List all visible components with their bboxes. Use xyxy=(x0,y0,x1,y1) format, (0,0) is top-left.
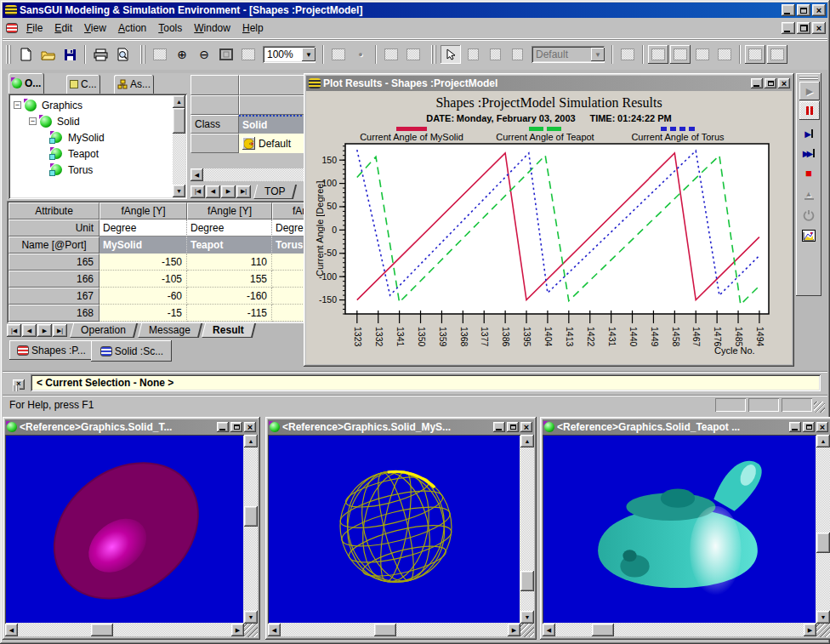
scrollbar-track[interactable] xyxy=(18,624,231,636)
tool-dot-button[interactable]: ● xyxy=(350,45,371,64)
selection-grip[interactable] xyxy=(13,385,20,391)
scroll-down-icon[interactable]: ▼ xyxy=(816,611,830,624)
collapse-icon[interactable] xyxy=(29,117,37,125)
result-data-table[interactable]: Attribute fAngle [Y] fAngle [Y] fAngle [… xyxy=(7,201,305,323)
nav-first-button[interactable]: |◀ xyxy=(190,185,205,198)
menu-tools[interactable]: Tools xyxy=(152,20,188,37)
run-button[interactable]: ▶ xyxy=(799,82,820,100)
value-cell[interactable]: -105 xyxy=(99,271,187,288)
scroll-down-icon[interactable]: ▼ xyxy=(244,611,258,624)
value-cell[interactable] xyxy=(272,271,305,288)
scrollbar-thumb[interactable] xyxy=(520,571,534,591)
close-button[interactable]: × xyxy=(812,4,826,16)
maximize-button[interactable] xyxy=(507,422,519,432)
scrollbar-track[interactable] xyxy=(203,168,305,181)
grid-hscrollbar[interactable]: ◀ xyxy=(190,168,305,181)
resize-grip[interactable] xyxy=(520,624,534,637)
mode-combobox[interactable]: Default ▼ xyxy=(532,46,605,63)
scroll-left-icon[interactable]: ◀ xyxy=(5,624,18,636)
close-button[interactable]: × xyxy=(244,422,256,432)
align-tool-button[interactable] xyxy=(670,45,691,64)
fit-selection-button[interactable] xyxy=(238,45,259,64)
value-cell[interactable] xyxy=(272,288,305,305)
toolbar-grip[interactable] xyxy=(6,45,12,64)
plot-results-window[interactable]: Plot Results - Shapes :ProjectModel × Sh… xyxy=(304,73,794,367)
toolbar-grip[interactable] xyxy=(431,45,437,64)
child-restore-button[interactable] xyxy=(797,22,810,34)
grid-tool-button[interactable] xyxy=(745,45,765,64)
nav-last-button[interactable]: ▶| xyxy=(53,324,67,337)
tool-button-disabled[interactable] xyxy=(403,45,424,64)
toolbar-grip[interactable] xyxy=(140,45,146,64)
scroll-right-icon[interactable]: ▶ xyxy=(804,624,816,636)
doc-tab-shapes[interactable]: Shapes :P... xyxy=(9,340,93,360)
scroll-up-icon[interactable]: ▲ xyxy=(520,435,534,447)
value-cell[interactable]: 110 xyxy=(187,254,272,271)
tab-result[interactable]: Result xyxy=(202,323,256,338)
zoom-in-button[interactable]: ⊕ xyxy=(172,45,192,64)
resize-grip[interactable] xyxy=(244,624,258,637)
minimize-button[interactable] xyxy=(217,422,229,432)
step-button[interactable]: ▶ xyxy=(799,124,819,143)
value-cell[interactable]: -160 xyxy=(187,288,272,305)
tool-button-disabled[interactable] xyxy=(328,45,349,64)
tab-assemblies[interactable]: As... xyxy=(114,75,154,94)
menu-view[interactable]: View xyxy=(78,20,112,37)
close-button[interactable]: × xyxy=(520,422,532,432)
column-header[interactable]: fAngle [Y] xyxy=(187,202,272,219)
tree-item-mysolid[interactable]: MySolid xyxy=(12,129,172,145)
viewport-hscrollbar[interactable]: ◀ ▶ xyxy=(268,624,520,637)
resize-grip[interactable] xyxy=(814,402,825,413)
app-icon[interactable] xyxy=(5,5,17,15)
scrollbar-thumb[interactable] xyxy=(592,624,614,636)
nav-next-button[interactable]: ▶ xyxy=(221,185,236,198)
child-minimize-button[interactable] xyxy=(782,22,795,34)
teapot-3d-canvas[interactable] xyxy=(543,435,816,624)
tab-message[interactable]: Message xyxy=(138,323,202,338)
value-cell[interactable]: -150 xyxy=(99,254,187,271)
open-button[interactable] xyxy=(37,45,58,64)
viewport-titlebar[interactable]: <Reference>Graphics.Solid_Teapot ... × xyxy=(543,419,830,435)
tree-item-solid[interactable]: Solid xyxy=(12,113,172,129)
maximize-button[interactable] xyxy=(765,78,776,88)
zoom-level-combobox[interactable]: 100% ▼ xyxy=(263,46,316,63)
mysolid-3d-canvas[interactable] xyxy=(268,435,520,624)
align-tool-button[interactable] xyxy=(648,45,668,64)
viewport-hscrollbar[interactable]: ◀ ▶ xyxy=(5,624,244,637)
scroll-up-icon[interactable]: ▲ xyxy=(244,435,258,447)
tool-button-disabled[interactable] xyxy=(381,45,401,64)
object-name-cell[interactable]: MySolid xyxy=(99,237,187,254)
tree-item-graphics[interactable]: Graphics xyxy=(12,97,172,113)
unit-cell[interactable]: Degree xyxy=(187,219,272,237)
maximize-button[interactable] xyxy=(797,4,810,16)
scroll-right-icon[interactable]: ▶ xyxy=(231,624,244,636)
value-cell[interactable]: -60 xyxy=(99,288,187,305)
child-close-button[interactable]: × xyxy=(812,22,826,34)
object-name-cell[interactable]: Teapot xyxy=(187,237,272,254)
maximize-button[interactable] xyxy=(803,422,815,432)
menu-action[interactable]: Action xyxy=(112,20,152,37)
menu-window[interactable]: Window xyxy=(188,20,236,37)
viewport-window-teapot[interactable]: <Reference>Graphics.Solid_Teapot ... × xyxy=(540,417,830,640)
torus-3d-canvas[interactable] xyxy=(5,435,244,624)
unit-cell[interactable]: Degree xyxy=(99,219,187,237)
scroll-left-icon[interactable]: ◀ xyxy=(543,624,555,636)
collapse-icon[interactable] xyxy=(14,101,21,109)
new-button[interactable] xyxy=(15,45,36,64)
tool-button-disabled[interactable] xyxy=(714,45,735,64)
column-header[interactable]: Attribute xyxy=(9,202,99,219)
scrollbar-track[interactable] xyxy=(816,447,830,611)
tab-classes[interactable]: C... xyxy=(66,75,100,94)
tool-button-disabled[interactable] xyxy=(507,45,527,64)
app-titlebar[interactable]: SansGUI Modeling & Simulation Environmen… xyxy=(3,3,827,18)
viewport-window-mysolid[interactable]: <Reference>Graphics.Solid_MyS... × ▲ ▼ ◀… xyxy=(265,417,537,640)
default-instance-icon[interactable] xyxy=(242,137,255,150)
close-button[interactable]: × xyxy=(778,78,790,88)
tool-button-disabled[interactable] xyxy=(463,45,483,64)
tool-button-disabled[interactable] xyxy=(617,45,638,64)
minimize-button[interactable] xyxy=(493,422,505,432)
scrollbar-thumb[interactable] xyxy=(374,624,396,636)
menu-help[interactable]: Help xyxy=(236,20,270,37)
minimize-button[interactable] xyxy=(789,422,801,432)
scroll-right-icon[interactable]: ▶ xyxy=(508,624,520,636)
